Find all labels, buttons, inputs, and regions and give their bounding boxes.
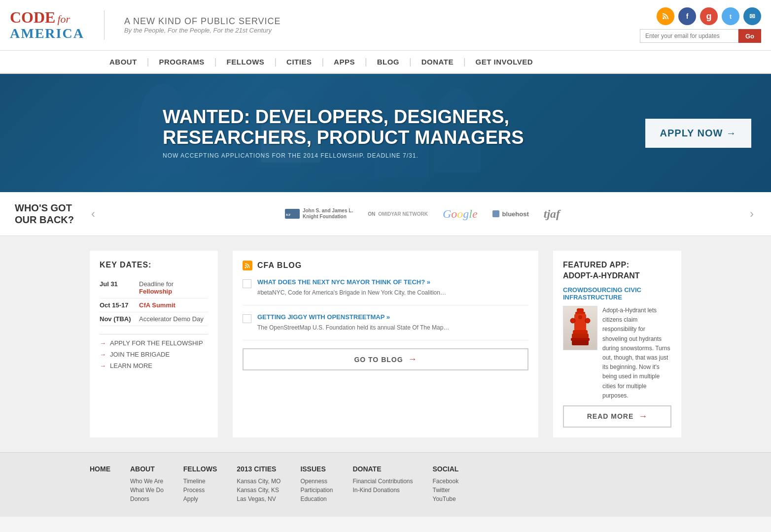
nav-about[interactable]: ABOUT xyxy=(100,51,147,73)
main-content: KEY DATES: Jul 31 Deadline for Fellowshi… xyxy=(0,236,771,452)
email-signup: Go xyxy=(640,29,761,43)
svg-rect-8 xyxy=(573,330,588,334)
footer-kc-ks[interactable]: Kansas City, KS xyxy=(237,487,280,494)
tagline-block: A NEW KIND OF PUBLIC SERVICE By the Peop… xyxy=(124,16,281,34)
footer-fellows-heading: FELLOWS xyxy=(183,465,217,473)
nav-fellows[interactable]: FELLOWS xyxy=(217,51,275,73)
post-checkbox-1[interactable] xyxy=(243,279,251,288)
footer-kc-mo[interactable]: Kansas City, MO xyxy=(237,478,280,485)
footer-what-we-do[interactable]: What We Do xyxy=(130,487,164,494)
nav-inner: ABOUT | PROGRAMS | FELLOWS | CITIES | AP… xyxy=(90,51,681,73)
blog-rss-icon xyxy=(243,261,252,270)
apply-fellowship-link[interactable]: → APPLY FOR THE FELLOWSHIP xyxy=(100,339,208,347)
post-1-title[interactable]: WHAT DOES THE NEXT NYC MAYOR THINK OF TE… xyxy=(257,278,446,286)
fellowship-link[interactable]: Fellowship xyxy=(139,288,172,295)
key-dates-section: KEY DATES: Jul 31 Deadline for Fellowshi… xyxy=(90,251,218,437)
svg-rect-3 xyxy=(492,210,499,217)
logo-text: CODE for AMERICA xyxy=(10,9,84,41)
learn-more-link[interactable]: → LEARN MORE xyxy=(100,362,208,369)
nav-cities[interactable]: CITIES xyxy=(277,51,321,73)
google-icon[interactable]: g xyxy=(700,7,718,25)
post-checkbox-2[interactable] xyxy=(243,314,251,323)
read-more-button[interactable]: READ MORE → xyxy=(563,405,671,428)
svg-point-13 xyxy=(585,318,590,323)
blog-header: CFA BLOG xyxy=(243,261,528,270)
footer-participation[interactable]: Participation xyxy=(300,487,333,494)
arrow-icon-3: → xyxy=(100,362,106,369)
header-left: CODE for AMERICA A NEW KIND OF PUBLIC SE… xyxy=(10,9,281,41)
arrow-icon-2: → xyxy=(100,351,106,358)
nav: ABOUT | PROGRAMS | FELLOWS | CITIES | AP… xyxy=(0,51,771,74)
featured-app-link[interactable]: CROWDSOURCING CIVIC INFRASTRUCTURE xyxy=(563,286,671,301)
sponsor-bluehost: bluehost xyxy=(492,210,529,218)
footer-social: SOCIAL Facebook Twitter YouTube xyxy=(433,465,459,504)
key-dates-title: KEY DATES: xyxy=(100,261,208,269)
post-2-title[interactable]: GETTING JIGGY WITH OPENSTREETMAP » xyxy=(257,313,449,321)
footer-facebook[interactable]: Facebook xyxy=(433,478,459,485)
header: CODE for AMERICA A NEW KIND OF PUBLIC SE… xyxy=(0,0,771,51)
footer-issues-heading: ISSUES xyxy=(300,465,333,473)
join-brigade-label: JOIN THE BRIGADE xyxy=(110,351,170,358)
cfa-summit-link[interactable]: CfA Summit xyxy=(139,301,175,309)
hero-banner: WANTED: DEVELOPERS, DESIGNERS,RESEARCHER… xyxy=(0,74,771,192)
footer-process[interactable]: Process xyxy=(183,487,217,494)
sponsors-prev-button[interactable]: ‹ xyxy=(89,204,98,223)
footer-issues: ISSUES Openness Participation Education xyxy=(300,465,333,504)
date-oct-desc: CfA Summit xyxy=(139,299,208,312)
learn-more-label: LEARN MORE xyxy=(110,362,152,369)
nav-programs[interactable]: PROGRAMS xyxy=(149,51,214,73)
arrow-icon-1: → xyxy=(100,339,106,347)
app-content: Adopt-a-Hydrant lets citizens claim resp… xyxy=(563,306,671,400)
footer-donors[interactable]: Donors xyxy=(130,496,164,502)
read-more-text: READ MORE xyxy=(587,412,634,420)
nav-apps[interactable]: APPS xyxy=(324,51,365,73)
footer-youtube[interactable]: YouTube xyxy=(433,496,459,502)
nav-blog[interactable]: BLOG xyxy=(367,51,409,73)
footer-education[interactable]: Education xyxy=(300,496,333,502)
join-brigade-link[interactable]: → JOIN THE BRIGADE xyxy=(100,351,208,358)
nav-get-involved[interactable]: GET INVOLVED xyxy=(466,51,543,73)
email-icon[interactable]: ✉ xyxy=(743,7,761,25)
go-to-blog-button[interactable]: GO TO BLOG → xyxy=(243,348,528,370)
blog-go-arrow-icon: → xyxy=(408,354,417,365)
nav-donate[interactable]: DONATE xyxy=(412,51,463,73)
footer-donate: DONATE Financial Contributions In-Kind D… xyxy=(352,465,413,504)
hydrant-image xyxy=(563,306,597,350)
footer-social-heading: SOCIAL xyxy=(433,465,459,473)
blog-section: CFA BLOG WHAT DOES THE NEXT NYC MAYOR TH… xyxy=(233,251,538,437)
footer-home: HOME xyxy=(90,465,110,504)
footer-openness[interactable]: Openness xyxy=(300,478,333,485)
sponsor-omidyar: ON OMIDYAR NETWORK xyxy=(368,211,428,217)
footer-las-vegas[interactable]: Las Vegas, NV xyxy=(237,496,280,502)
footer-twitter[interactable]: Twitter xyxy=(433,487,459,494)
rss-icon[interactable] xyxy=(657,7,674,25)
post-2-excerpt: The OpenStreetMap U.S. Foundation held i… xyxy=(257,323,449,332)
footer: HOME ABOUT Who We Are What We Do Donors … xyxy=(0,452,771,517)
featured-app-section: FEATURED APP: ADOPT-A-HYDRANT CROWDSOURC… xyxy=(553,251,681,437)
footer-in-kind[interactable]: In-Kind Donations xyxy=(352,487,413,494)
svg-rect-9 xyxy=(572,333,589,338)
footer-home-heading: HOME xyxy=(90,465,110,473)
svg-text:KF: KF xyxy=(286,213,291,217)
go-button[interactable]: Go xyxy=(738,29,761,43)
date-row-2: Oct 15-17 CfA Summit xyxy=(100,299,208,312)
blog-post-1: WHAT DOES THE NEXT NYC MAYOR THINK OF TE… xyxy=(243,278,528,305)
twitter-icon[interactable]: t xyxy=(722,7,739,25)
footer-apply[interactable]: Apply xyxy=(183,496,217,502)
footer-timeline[interactable]: Timeline xyxy=(183,478,217,485)
footer-who-we-are[interactable]: Who We Are xyxy=(130,478,164,485)
footer-fellows: FELLOWS Timeline Process Apply xyxy=(183,465,217,504)
hero-title: WANTED: DEVELOPERS, DESIGNERS,RESEARCHER… xyxy=(163,107,626,148)
footer-financial[interactable]: Financial Contributions xyxy=(352,478,413,485)
post-2-content: GETTING JIGGY WITH OPENSTREETMAP » The O… xyxy=(257,313,449,332)
email-input[interactable] xyxy=(640,29,738,43)
tagline-sub: By the People, For the People, For the 2… xyxy=(124,27,281,34)
sponsors-next-button[interactable]: › xyxy=(747,204,756,223)
dates-divider xyxy=(100,334,208,334)
logo[interactable]: CODE for AMERICA xyxy=(10,9,84,41)
svg-point-0 xyxy=(663,17,665,19)
date-row-1: Jul 31 Deadline for Fellowship xyxy=(100,277,208,299)
apply-now-button[interactable]: APPLY NOW → xyxy=(645,119,751,148)
featured-app-name: ADOPT-A-HYDRANT xyxy=(563,271,671,280)
facebook-icon[interactable]: f xyxy=(678,7,696,25)
